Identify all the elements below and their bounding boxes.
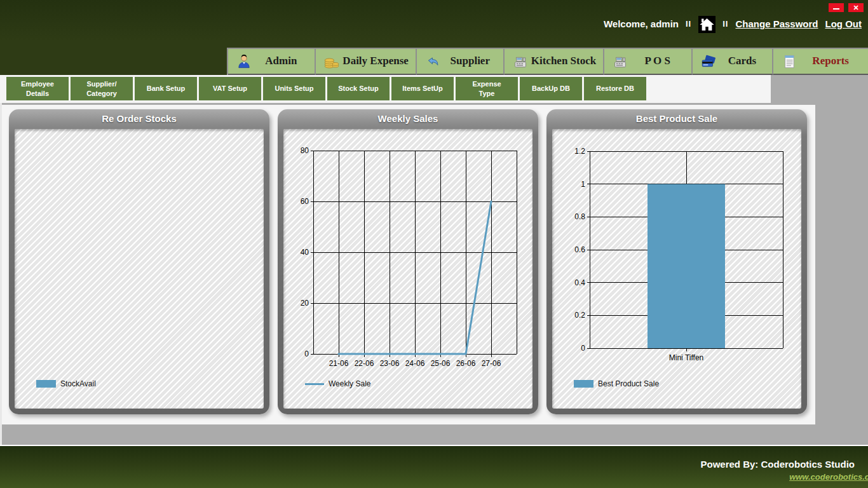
svg-text:21-06: 21-06: [329, 359, 349, 368]
svg-text:60: 60: [301, 197, 309, 206]
submenu-supplier-category[interactable]: Supplier/ Category: [71, 77, 133, 100]
legend-swatch: [36, 380, 56, 388]
submenu-bar: Employee Details Supplier/ Category Bank…: [0, 75, 868, 103]
tab-cards[interactable]: Cards: [693, 49, 774, 75]
submenu-expense-type[interactable]: Expense Type: [456, 77, 518, 100]
tab-label: P O S: [628, 55, 691, 69]
admin-person-icon: [236, 54, 252, 69]
panel-title: Best Product Sale: [546, 109, 807, 129]
cash-register-icon: [513, 54, 528, 69]
undo-arrow-icon: [425, 54, 440, 69]
close-icon: ✕: [853, 4, 858, 12]
submenu-backup-db[interactable]: BackUp DB: [520, 77, 582, 100]
svg-text:25-06: 25-06: [431, 359, 451, 368]
svg-text:1: 1: [581, 180, 585, 189]
svg-text:80: 80: [301, 146, 309, 155]
submenu-stock-setup[interactable]: Stock Setup: [327, 77, 390, 100]
report-document-icon: [782, 54, 797, 69]
tab-label: Kitchen Stock: [528, 55, 603, 69]
content-area: Re Order Stocks StockAvail Weekly Sales …: [0, 103, 868, 445]
app-window: { "titlebar": { "welcome": "Welcome, adm…: [0, 0, 868, 488]
svg-text:0.8: 0.8: [574, 212, 585, 221]
welcome-text: Welcome, admin: [604, 18, 679, 29]
submenu-restore-db[interactable]: Restore DB: [584, 77, 646, 100]
submenu-units-setup[interactable]: Units Setup: [263, 77, 325, 100]
submenu-vat-setup[interactable]: VAT Setup: [199, 77, 261, 100]
cash-register-icon: [613, 54, 628, 69]
separator: II: [686, 19, 691, 29]
submenu-employee-details[interactable]: Employee Details: [6, 77, 69, 100]
tab-kitchen-stock[interactable]: Kitchen Stock: [505, 49, 604, 75]
window-controls: ✕: [829, 3, 864, 12]
title-bar: ✕ Welcome, admin II II Change Password L…: [0, 0, 868, 75]
main-menu: Admin Daily Expense Supplier Kitchen Sto…: [227, 48, 868, 75]
website-link[interactable]: www.coderobotics.co: [789, 472, 868, 482]
svg-text:20: 20: [301, 299, 309, 308]
tab-admin[interactable]: Admin: [228, 49, 316, 75]
tab-reports[interactable]: Reports: [773, 49, 868, 75]
svg-text:Mini Tiffen: Mini Tiffen: [669, 353, 703, 362]
tab-daily-expense[interactable]: Daily Expense: [316, 49, 417, 75]
svg-text:0.6: 0.6: [574, 245, 585, 254]
legend: StockAvail: [36, 379, 96, 388]
credit-cards-icon: [701, 54, 716, 69]
svg-text:0.2: 0.2: [574, 311, 585, 320]
panel-weekly-sales: Weekly Sales Weekly Sale 02040608021-062…: [278, 109, 538, 414]
svg-text:1.2: 1.2: [574, 147, 585, 156]
tab-pos[interactable]: P O S: [604, 49, 693, 75]
reorder-stocks-chart: StockAvail: [15, 129, 264, 409]
svg-text:22-06: 22-06: [355, 359, 374, 368]
close-button[interactable]: ✕: [848, 3, 864, 12]
tab-label: Reports: [797, 55, 868, 69]
tab-label: Cards: [716, 55, 773, 69]
coins-icon: [324, 54, 339, 69]
weekly-sales-chart: Weekly Sale 02040608021-0622-0623-0624-0…: [283, 129, 532, 409]
powered-by-text: Powered By: Coderobotics Studio: [700, 459, 855, 470]
submenu-items-setup[interactable]: Items SetUp: [391, 77, 454, 100]
svg-text:26-06: 26-06: [456, 359, 476, 368]
panel-title: Weekly Sales: [278, 109, 538, 129]
welcome-row: Welcome, admin II II Change Password Log…: [604, 16, 862, 32]
tab-label: Admin: [252, 55, 315, 69]
svg-text:27-06: 27-06: [482, 359, 501, 368]
logout-link[interactable]: Log Out: [825, 18, 862, 29]
svg-text:0: 0: [581, 344, 585, 353]
tab-label: Daily Expense: [339, 55, 416, 69]
tab-label: Supplier: [440, 55, 503, 69]
best-product-sale-chart: Best Product Sale 00.20.40.60.811.2Mini …: [552, 129, 801, 409]
tab-supplier[interactable]: Supplier: [417, 49, 505, 75]
panel-title: Re Order Stocks: [9, 109, 269, 129]
submenu-strip: Employee Details Supplier/ Category Bank…: [0, 75, 771, 103]
svg-text:24-06: 24-06: [405, 359, 425, 368]
dashboard-card: Re Order Stocks StockAvail Weekly Sales …: [2, 105, 815, 424]
svg-text:40: 40: [301, 248, 309, 257]
svg-text:23-06: 23-06: [380, 359, 400, 368]
svg-text:0: 0: [304, 349, 309, 358]
panel-best-product-sale: Best Product Sale Best Product Sale 00.2…: [546, 109, 807, 414]
svg-text:0.4: 0.4: [574, 278, 585, 287]
legend-label: StockAvail: [60, 379, 96, 388]
submenu-bank-setup[interactable]: Bank Setup: [135, 77, 197, 100]
separator: II: [722, 19, 728, 29]
panel-reorder-stocks: Re Order Stocks StockAvail: [9, 109, 269, 414]
minimize-button[interactable]: [829, 3, 844, 12]
home-icon[interactable]: [698, 16, 715, 32]
minimize-icon: [833, 8, 839, 10]
footer: Powered By: Coderobotics Studio www.code…: [0, 446, 868, 488]
change-password-link[interactable]: Change Password: [735, 18, 818, 29]
